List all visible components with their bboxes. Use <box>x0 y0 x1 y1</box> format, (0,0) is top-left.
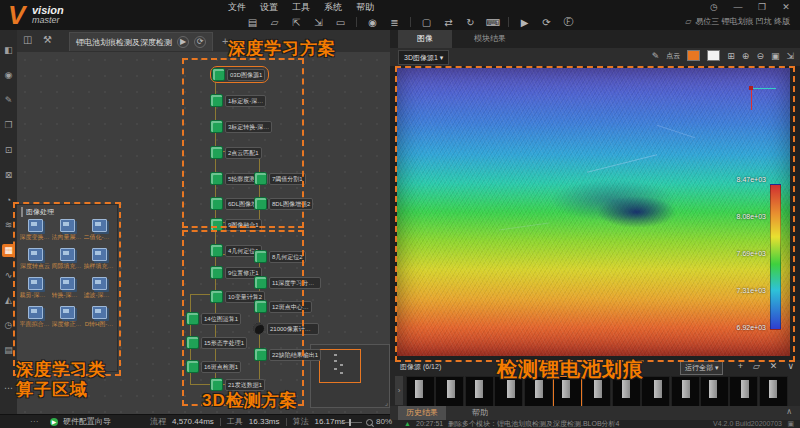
thumbnail[interactable] <box>641 376 670 407</box>
operator-item[interactable]: 裁剪-深度图 <box>19 277 51 300</box>
color-swatch-white[interactable] <box>707 50 720 61</box>
menu-item-帮助[interactable]: 帮助 <box>356 1 374 14</box>
operator-item[interactable]: D转H图-… <box>83 306 115 329</box>
tab-help[interactable]: 帮助 <box>466 406 494 420</box>
flow-node[interactable]: 8几何定位2 <box>254 250 306 263</box>
operator-item[interactable]: 深度变换-… <box>19 219 51 242</box>
flow-node[interactable]: 7阈值分割1 <box>254 172 306 185</box>
canvas-zoom-slider-handle[interactable] <box>349 419 351 426</box>
thumbnail[interactable] <box>435 376 464 407</box>
minimap-viewport[interactable] <box>319 349 361 383</box>
flow-node[interactable]: 1标定板-深… <box>210 94 266 107</box>
open-folder-icon[interactable]: ▱ <box>753 361 760 371</box>
image-source-tool-icon[interactable]: ◧ <box>2 44 15 57</box>
edit-tool-icon[interactable]: ✎ <box>2 94 15 107</box>
menu-item-文件[interactable]: 文件 <box>228 1 246 14</box>
front-run-icon[interactable]: Ⓕ <box>562 15 575 29</box>
script-tool-icon[interactable]: ▤ <box>2 344 15 357</box>
run-once-icon[interactable]: ▶ <box>518 17 531 28</box>
flow-node[interactable]: 12斑点中心… <box>254 300 312 313</box>
restore-icon[interactable]: ❐ <box>756 2 768 12</box>
flow-run-once-icon[interactable]: ▶ <box>177 36 189 48</box>
minimize-icon[interactable]: — <box>732 2 744 12</box>
collapse-panel-icon[interactable]: ∧ <box>786 407 792 416</box>
thumbnail[interactable] <box>465 376 494 407</box>
run-continuous-icon[interactable]: ⟳ <box>540 17 553 28</box>
export-icon[interactable]: ⇲ <box>312 17 325 28</box>
operator-item[interactable]: 间隙填充-… <box>51 248 83 271</box>
flow-list-icon[interactable]: ◫ <box>23 34 32 45</box>
flow-node[interactable]: 16斑点检测1 <box>186 360 241 373</box>
monitor-icon[interactable]: ▢ <box>420 17 433 28</box>
thumbnail[interactable] <box>729 376 758 407</box>
flow-node[interactable]: 8DL图像增强2 <box>254 197 313 210</box>
flow-node[interactable]: 9图像融合1 <box>210 218 262 231</box>
operator-item[interactable]: 滤波-深度图 <box>83 277 115 300</box>
minimap-resize-handle[interactable]: ⌟ <box>385 399 388 407</box>
operator-item[interactable]: 转换-深度图 <box>51 277 83 300</box>
solution-name[interactable]: ▱ 易位三 锂电划痕 凹坑 终版 <box>685 16 790 27</box>
run-all-button[interactable]: 运行全部 ▾ <box>680 361 723 375</box>
color-swatch-orange[interactable] <box>687 50 700 61</box>
deep-learning-tool-icon[interactable]: ▦ <box>2 244 15 257</box>
one-to-one-icon[interactable]: ▣ <box>771 51 780 61</box>
operator-item[interactable]: 深度修正-… <box>51 306 83 329</box>
image-source-dropdown[interactable]: 3D图像源1 ▾ <box>398 50 449 65</box>
open-solution-icon[interactable]: ▱ <box>268 17 281 28</box>
camera-icon[interactable]: ◉ <box>366 17 379 28</box>
calib-3d-tool-icon[interactable]: ◭ <box>2 294 15 307</box>
flow-node[interactable]: 11深度学习分割… <box>254 276 321 289</box>
zoom-in-icon[interactable]: ⊕ <box>742 51 750 61</box>
menu-item-工具[interactable]: 工具 <box>292 1 310 14</box>
strip-more-icon[interactable]: ⋯ <box>2 382 15 395</box>
menu-item-系统[interactable]: 系统 <box>324 1 342 14</box>
log-window-icon[interactable]: ▣ <box>787 420 794 428</box>
more-icon[interactable]: ⋯ <box>30 415 38 428</box>
thumbnail[interactable] <box>671 376 700 407</box>
flow-node[interactable]: 21000像素计数… <box>252 322 319 335</box>
image-tool-icon[interactable]: ❐ <box>2 119 15 132</box>
thumbnail[interactable] <box>700 376 729 407</box>
operator-item[interactable]: 抽样填充-… <box>83 248 115 271</box>
depth-heatmap-image[interactable] <box>397 68 790 356</box>
io-config-icon[interactable]: ≣ <box>388 17 401 28</box>
flow-tools-icon[interactable]: ⚒ <box>43 34 52 45</box>
operator-item[interactable]: 深度转点云 <box>19 248 51 271</box>
tab-history-result[interactable]: 历史结果 <box>398 406 446 420</box>
fit-view-icon[interactable]: ⊞ <box>727 51 735 61</box>
keyboard-icon[interactable]: ⌨ <box>486 17 499 28</box>
window-layout-icon[interactable]: ▭ <box>334 17 347 28</box>
measure-tool-icon[interactable]: ≋ <box>2 219 15 232</box>
operator-item[interactable]: 平面拟合-… <box>19 306 51 329</box>
timing-tool-icon[interactable]: ◷ <box>2 319 15 332</box>
refresh-icon[interactable]: ↻ <box>464 17 477 28</box>
tab-image[interactable]: 图像 <box>398 30 452 48</box>
operator-item[interactable]: 法向量展-… <box>51 219 83 242</box>
tab-module-result[interactable]: 模块结果 <box>466 30 514 48</box>
match-tool-icon[interactable]: ⊠ <box>2 169 15 182</box>
delete-image-icon[interactable]: ✕ <box>770 361 778 371</box>
color-tool-icon[interactable]: ◔ <box>2 194 15 207</box>
capture-tool-icon[interactable]: ⊡ <box>2 144 15 157</box>
flow-node[interactable]: 03D图像源1 <box>210 66 269 83</box>
draw-icon[interactable]: ✎ <box>652 51 660 61</box>
import-icon[interactable]: ⇱ <box>290 17 303 28</box>
flow-tab[interactable]: 锂电池划痕检测及深度检测 ▶ ⟳ <box>69 32 213 51</box>
flow-node[interactable]: 2点云匹配1 <box>210 146 262 159</box>
operator-item[interactable]: 二值化-深… <box>83 219 115 242</box>
about-icon[interactable]: ◷ <box>708 2 720 12</box>
add-image-icon[interactable]: + <box>738 361 743 371</box>
flow-node[interactable]: 22缺陷结果输出1 <box>254 348 321 361</box>
flow-node[interactable]: 14位图运算1 <box>186 312 241 325</box>
filmstrip-scroll-left[interactable]: › <box>395 376 403 405</box>
communication-icon[interactable]: ⇄ <box>442 17 455 28</box>
location-tool-icon[interactable]: ◉ <box>2 69 15 82</box>
chart-tool-icon[interactable]: ∿ <box>2 269 15 282</box>
flow-node[interactable]: 3标定转换-深… <box>210 120 272 133</box>
flow-node[interactable]: 15形态学处理1 <box>186 336 247 349</box>
canvas-zoom-slider[interactable] <box>340 422 362 423</box>
thumbnail[interactable] <box>759 376 788 407</box>
flow-run-loop-icon[interactable]: ⟳ <box>194 36 206 48</box>
menu-item-设置[interactable]: 设置 <box>260 1 278 14</box>
minimap[interactable]: ⌟ <box>310 344 390 408</box>
